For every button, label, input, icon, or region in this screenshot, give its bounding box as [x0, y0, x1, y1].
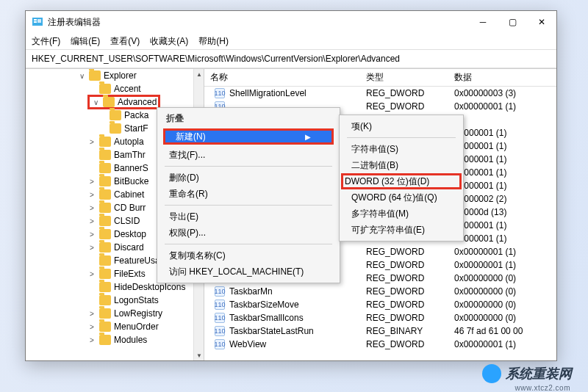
menu-separator [347, 137, 456, 138]
submenu-string[interactable]: 字符串值(S) [341, 141, 462, 157]
menu-favorites[interactable]: 收藏夹(A) [150, 35, 188, 48]
submenu-expand-string[interactable]: 可扩充字符串值(E) [341, 222, 462, 238]
watermark-url: www.xtcz2.com [515, 384, 570, 392]
svg-rect-1 [34, 19, 37, 21]
submenu-key[interactable]: 项(K) [341, 118, 462, 134]
menu-file[interactable]: 文件(F) [32, 35, 60, 48]
dword-icon: 110 [215, 326, 225, 336]
context-menu-permissions[interactable]: 权限(P)... [159, 225, 338, 241]
list-header: 名称 类型 数据 [204, 69, 556, 87]
maximize-button[interactable]: ▢ [498, 11, 527, 33]
submenu-qword[interactable]: QWORD (64 位)值(Q) [341, 189, 462, 206]
watermark: 系统重装网 [482, 364, 572, 383]
svg-rect-2 [34, 21, 37, 23]
svg-rect-3 [37, 19, 41, 23]
tree-item-Accent[interactable]: Accent [26, 82, 204, 95]
value-row[interactable]: 110ShellMigrationLevelREG_DWORD0x0000000… [204, 87, 556, 100]
column-type[interactable]: 类型 [366, 71, 454, 84]
context-menu-new[interactable]: 新建(N) ▶ [163, 128, 334, 145]
menu-edit[interactable]: 编辑(E) [71, 35, 100, 48]
menu-separator [165, 205, 332, 206]
address-bar[interactable]: HKEY_CURRENT_USER\SOFTWARE\Microsoft\Win… [26, 49, 556, 68]
value-row[interactable]: 110TaskbarStateLastRunREG_BINARY46 7f ad… [204, 324, 556, 338]
titlebar: 注册表编辑器 ─ ▢ ✕ [26, 11, 556, 33]
dword-icon: 110 [215, 339, 225, 349]
context-menu-delete[interactable]: 删除(D) [159, 170, 338, 186]
dword-icon: 110 [215, 300, 225, 310]
minimize-button[interactable]: ─ [468, 11, 498, 33]
close-button[interactable]: ✕ [527, 11, 556, 33]
chevron-right-icon: ▶ [293, 133, 311, 141]
tree-item-Explorer[interactable]: ∨Explorer [26, 69, 204, 82]
column-name[interactable]: 名称 [204, 71, 366, 84]
column-data[interactable]: 数据 [454, 71, 556, 84]
submenu-dword[interactable]: DWORD (32 位)值(D) [341, 173, 462, 189]
context-menu-export[interactable]: 导出(E) [159, 208, 338, 225]
submenu-multi-string[interactable]: 多字符串值(M) [341, 206, 462, 222]
tree-item-MenuOrder[interactable]: >MenuOrder [26, 320, 204, 333]
watermark-text: 系统重装网 [506, 365, 572, 382]
context-menu-find[interactable]: 查找(F)... [159, 147, 338, 163]
new-submenu: 项(K) 字符串值(S) 二进制值(B) DWORD (32 位)值(D) QW… [339, 115, 464, 242]
context-menu-goto-hklm[interactable]: 访问 HKEY_LOCAL_MACHINE(T) [159, 264, 338, 280]
watermark-icon [482, 364, 501, 383]
address-text: HKEY_CURRENT_USER\SOFTWARE\Microsoft\Win… [32, 54, 400, 64]
context-menu: 折叠 新建(N) ▶ 查找(F)... 删除(D) 重命名(R) 导出(E) 权… [157, 107, 340, 283]
scroll-down-icon[interactable]: ▼ [194, 350, 204, 360]
value-row[interactable]: 110WebViewREG_DWORD0x00000001 (1) [204, 338, 556, 351]
context-menu-copy-key-name[interactable]: 复制项名称(C) [159, 247, 338, 264]
tree-item-Modules[interactable]: >Modules [26, 333, 204, 346]
context-menu-header: 折叠 [159, 111, 338, 126]
value-row[interactable]: 110TaskbarSizeMoveREG_DWORD0x00000000 (0… [204, 298, 556, 311]
window-title: 注册表编辑器 [48, 16, 468, 29]
menubar: 文件(F) 编辑(E) 查看(V) 收藏夹(A) 帮助(H) [26, 33, 556, 49]
regedit-icon [32, 16, 43, 28]
value-row[interactable]: 110TaskbarMnREG_DWORD0x00000000 (0) [204, 285, 556, 298]
scroll-up-icon[interactable]: ▲ [194, 69, 204, 79]
menu-separator [165, 166, 332, 167]
value-row[interactable]: 110TaskbarSmallIconsREG_DWORD0x00000000 … [204, 311, 556, 324]
context-menu-new-label: 新建(N) [176, 131, 206, 143]
submenu-binary[interactable]: 二进制值(B) [341, 157, 462, 173]
menu-view[interactable]: 查看(V) [110, 35, 140, 48]
dword-icon: 110 [215, 88, 225, 98]
context-menu-rename[interactable]: 重命名(R) [159, 186, 338, 202]
tree-item-LogonStats[interactable]: LogonStats [26, 294, 204, 307]
tree-item-LowRegistry[interactable]: >LowRegistry [26, 307, 204, 320]
menu-separator [165, 244, 332, 244]
menu-help[interactable]: 帮助(H) [198, 35, 229, 48]
dword-icon: 110 [215, 286, 225, 297]
dword-icon: 110 [215, 313, 225, 323]
